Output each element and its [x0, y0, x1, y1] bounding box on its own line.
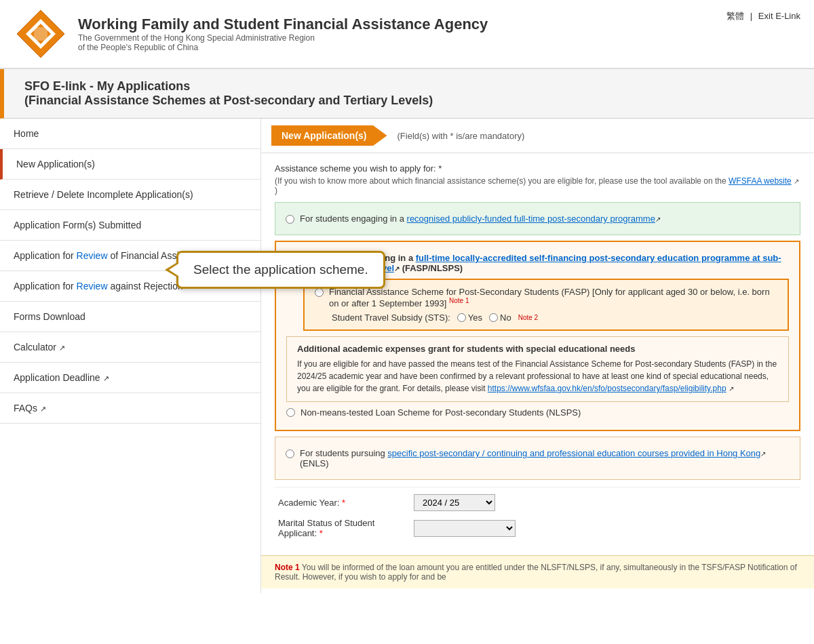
- fasp-label: Financial Assistance Scheme for Post-Sec…: [329, 287, 777, 308]
- assistance-note: (If you wish to know more about which fi…: [275, 176, 726, 186]
- header: Working Family and Student Financial Ass…: [0, 0, 814, 69]
- sts-yes-text: Yes: [468, 313, 482, 323]
- publicly-funded-ext: ↗: [655, 216, 661, 223]
- special-needs-box: Additional academic expenses grant for s…: [286, 336, 789, 402]
- sts-yes-radio[interactable]: [457, 313, 466, 322]
- faqs-ext-icon: ↗: [40, 405, 46, 413]
- publicly-funded-option: For students engaging in a recognised pu…: [275, 202, 800, 235]
- assistance-note-suffix: ): [275, 186, 277, 195]
- sts-no-radio[interactable]: [489, 313, 498, 322]
- sidebar-item-home[interactable]: Home: [0, 119, 260, 149]
- tooltip-overlay: Select the application scheme.: [176, 251, 385, 289]
- sts-no-label: No: [489, 313, 511, 323]
- sidebar-item-submitted[interactable]: Application Form(s) Submitted: [0, 210, 260, 241]
- fasp-radio-row: Financial Assistance Scheme for Post-Sec…: [315, 287, 777, 308]
- content-area: New Application(s) (Field(s) with * is/a…: [261, 119, 814, 593]
- publicly-funded-text: For students engaging in a recognised pu…: [300, 214, 661, 224]
- lang-link[interactable]: 繁體: [726, 11, 744, 21]
- sidebar: Home New Application(s) Retrieve / Delet…: [0, 119, 261, 593]
- academic-year-row: Academic Year: * 2024 / 25 2023 / 24 202…: [275, 487, 800, 511]
- ext-icon-wfsfaa: ↗: [794, 178, 799, 185]
- publicly-funded-link[interactable]: recognised publicly-funded full-time pos…: [407, 214, 655, 224]
- tooltip-balloon: Select the application scheme.: [176, 251, 385, 289]
- special-needs-title: Additional academic expenses grant for s…: [297, 344, 778, 354]
- review-rejection-link[interactable]: Review: [77, 281, 108, 291]
- main-layout: Home New Application(s) Retrieve / Delet…: [0, 119, 814, 593]
- marital-status-select[interactable]: Single Married: [414, 520, 516, 537]
- marital-status-label: Marital Status of Student Applicant: *: [278, 518, 414, 538]
- page-title-line2: (Financial Assistance Schemes at Post-se…: [24, 94, 800, 108]
- academic-year-label: Academic Year: *: [278, 498, 414, 508]
- self-financing-ext: ↗: [394, 265, 400, 273]
- org-name: Working Family and Student Financial Ass…: [78, 16, 488, 33]
- nlsps-row: Non-means-tested Loan Scheme for Post-se…: [286, 407, 789, 418]
- sidebar-item-application-deadline[interactable]: Application Deadline ↗: [0, 363, 260, 393]
- review-financial-link[interactable]: Review: [77, 250, 108, 261]
- page-title-bar: SFO E-link - My Applications (Financial …: [0, 69, 814, 119]
- sidebar-item-faqs[interactable]: FAQs ↗: [0, 393, 260, 424]
- special-needs-text: If you are eligible for and have passed …: [297, 358, 778, 395]
- sts-yes-label: Yes: [457, 313, 482, 323]
- enls-radio[interactable]: [286, 449, 294, 458]
- marital-status-row: Marital Status of Student Applicant: * S…: [275, 518, 800, 538]
- sts-no-text: No: [500, 313, 511, 323]
- deadline-ext-icon: ↗: [103, 374, 109, 382]
- assistance-note-row: (If you wish to know more about which fi…: [275, 176, 800, 195]
- assistance-scheme-label-row: Assistance scheme you wish to apply for:…: [275, 163, 800, 174]
- enls-ext: ↗: [760, 450, 766, 458]
- page-title-line1: SFO E-link - My Applications: [24, 79, 800, 94]
- form-content: Assistance scheme you wish to apply for:…: [261, 153, 814, 555]
- wfsfaa-link[interactable]: WFSFAA website: [729, 176, 792, 186]
- fasp-radio[interactable]: [315, 288, 324, 297]
- sts-label: Student Travel Subsidy (STS):: [332, 313, 450, 323]
- svg-marker-4: [34, 27, 47, 41]
- sidebar-item-new-application[interactable]: New Application(s): [0, 149, 260, 180]
- sidebar-item-calculator[interactable]: Calculator ↗: [0, 332, 260, 363]
- academic-year-select[interactable]: 2024 / 25 2023 / 24 2022 / 23: [414, 494, 495, 511]
- tooltip-arrow-inner: [169, 264, 178, 276]
- logo: [14, 7, 68, 61]
- special-needs-ext: ↗: [729, 385, 734, 393]
- enls-text: For students pursuing specific post-seco…: [300, 448, 790, 468]
- assistance-scheme-label: Assistance scheme you wish to apply for:…: [275, 163, 442, 174]
- exit-link[interactable]: Exit E-Link: [758, 11, 800, 21]
- enls-section: For students pursuing specific post-seco…: [275, 437, 800, 480]
- header-text: Working Family and Student Financial Ass…: [78, 16, 488, 52]
- tab-note: (Field(s) with * is/are mandatory): [398, 131, 525, 141]
- enls-radio-row: For students pursuing specific post-seco…: [286, 448, 790, 468]
- nlsps-radio[interactable]: [286, 408, 295, 417]
- tab-new-applications[interactable]: New Application(s): [271, 125, 387, 146]
- note1-text: You will be informed of the loan amount …: [275, 563, 797, 582]
- note1-sup: Note 1: [449, 297, 469, 304]
- tab-header: New Application(s) (Field(s) with * is/a…: [261, 119, 814, 153]
- sidebar-item-forms-download[interactable]: Forms Download: [0, 302, 260, 332]
- publicly-funded-radio-row: For students engaging in a recognised pu…: [286, 214, 790, 224]
- tooltip-text: Select the application scheme.: [193, 262, 368, 277]
- org-subtitle1: The Government of the Hong Kong Special …: [78, 33, 488, 43]
- note-section: Note 1 You will be informed of the loan …: [261, 555, 814, 588]
- publicly-funded-radio[interactable]: [286, 215, 294, 224]
- enls-link[interactable]: specific post-secondary / continuing and…: [387, 448, 760, 458]
- org-subtitle2: of the People's Republic of China: [78, 43, 488, 52]
- sidebar-item-retrieve-delete[interactable]: Retrieve / Delete Incomplete Application…: [0, 180, 260, 210]
- nlsps-label: Non-means-tested Loan Scheme for Post-se…: [301, 407, 581, 418]
- header-links: 繁體 | Exit E-Link: [726, 10, 800, 22]
- special-needs-link[interactable]: https://www.wfsfaa.gov.hk/en/sfo/postsec…: [488, 384, 726, 393]
- note1-label: Note 1: [275, 563, 300, 572]
- calculator-ext-icon: ↗: [59, 344, 65, 352]
- sts-row: Student Travel Subsidy (STS): Yes No Not…: [315, 313, 777, 323]
- note2-sup: Note 2: [518, 314, 538, 321]
